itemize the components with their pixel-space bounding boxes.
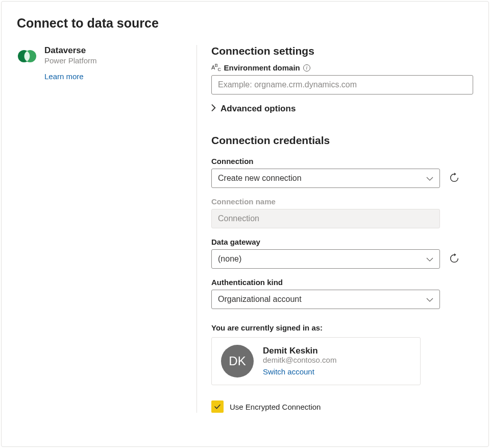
- connector-subtitle: Power Platform: [44, 56, 197, 65]
- chevron-right-icon: [211, 104, 216, 114]
- account-name: Demit Keskin: [263, 346, 411, 356]
- connection-name-label: Connection name: [211, 197, 473, 206]
- auth-kind-select[interactable]: Organizational account: [211, 290, 440, 309]
- chevron-down-icon: [426, 295, 433, 304]
- auth-kind-label: Authentication kind: [211, 278, 473, 287]
- settings-section-title: Connection settings: [211, 45, 473, 57]
- text-type-icon: ABC: [211, 63, 221, 72]
- encrypted-connection-row: Use Encrypted Connection: [211, 400, 473, 413]
- env-domain-input[interactable]: [211, 75, 473, 95]
- data-gateway-field: Data gateway (none): [211, 238, 473, 269]
- page-title: Connect to data source: [17, 16, 473, 31]
- vertical-divider: [197, 45, 197, 413]
- account-email: demitk@contoso.com: [263, 356, 411, 364]
- switch-account-link[interactable]: Switch account: [263, 367, 314, 376]
- chevron-down-icon: [426, 174, 433, 183]
- auth-kind-value: Organizational account: [218, 295, 302, 304]
- refresh-icon: [449, 253, 460, 266]
- avatar: DK: [221, 345, 254, 378]
- refresh-connection-button[interactable]: [447, 171, 461, 185]
- credentials-section-title: Connection credentials: [211, 134, 473, 147]
- check-icon: [213, 403, 222, 411]
- connector-info: Dataverse Power Platform Learn more: [44, 45, 197, 413]
- connection-field: Connection Create new connection: [211, 157, 473, 188]
- data-gateway-label: Data gateway: [211, 238, 473, 246]
- env-domain-field: ABC Environment domain i: [211, 63, 473, 95]
- connector-name: Dataverse: [44, 45, 197, 56]
- main-form: Connection settings ABC Environment doma…: [211, 45, 473, 413]
- connection-select-value: Create new connection: [218, 174, 302, 183]
- learn-more-link[interactable]: Learn more: [44, 72, 84, 81]
- encrypted-label: Use Encrypted Connection: [230, 403, 321, 411]
- chevron-down-icon: [426, 254, 433, 264]
- refresh-gateway-button[interactable]: [447, 252, 461, 266]
- auth-kind-field: Authentication kind Organizational accou…: [211, 278, 473, 309]
- encrypted-checkbox[interactable]: [211, 400, 224, 413]
- connection-label: Connection: [211, 157, 473, 166]
- connection-name-field: Connection name: [211, 197, 473, 228]
- env-domain-label-row: ABC Environment domain i: [211, 63, 473, 72]
- content-area: Dataverse Power Platform Learn more Conn…: [17, 45, 473, 413]
- data-gateway-select[interactable]: (none): [211, 249, 440, 269]
- advanced-options-toggle[interactable]: Advanced options: [211, 104, 473, 114]
- advanced-options-label: Advanced options: [220, 104, 296, 114]
- info-icon[interactable]: i: [303, 64, 310, 72]
- dataverse-icon: [17, 46, 37, 66]
- signed-in-label: You are currently signed in as:: [211, 323, 473, 332]
- connection-name-input: [211, 209, 440, 228]
- env-domain-label: Environment domain: [224, 63, 300, 72]
- account-card: DK Demit Keskin demitk@contoso.com Switc…: [211, 337, 421, 385]
- refresh-icon: [449, 172, 460, 185]
- connect-panel: Connect to data source Dataverse Power P…: [1, 1, 489, 447]
- account-info: Demit Keskin demitk@contoso.com Switch a…: [263, 346, 411, 376]
- connector-sidebar: Dataverse Power Platform Learn more: [17, 45, 197, 413]
- connection-select[interactable]: Create new connection: [211, 169, 440, 188]
- data-gateway-value: (none): [218, 254, 241, 264]
